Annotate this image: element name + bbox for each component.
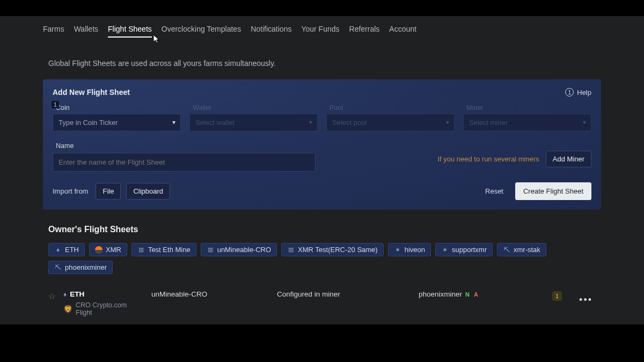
pool-icon: ✶	[394, 246, 401, 254]
import-label: Import from	[53, 187, 88, 195]
global-flight-sheets-note: Global Flight Sheets are used across all…	[43, 44, 601, 79]
add-flight-sheet-panel: Add New Flight Sheet 1 Help 1 Coin Type …	[43, 79, 601, 210]
add-miner-button[interactable]: Add Miner	[546, 151, 591, 167]
ethereum-icon: ♦	[63, 291, 67, 298]
nav-oc-templates[interactable]: Overclocking Templates	[162, 25, 241, 38]
pool-select[interactable]: Select pool	[326, 114, 455, 131]
coin-field: 1 Coin Type in Coin Ticker ▾	[53, 104, 181, 131]
wallet-field: Wallet Select wallet ▾	[189, 104, 318, 131]
sheet-icon: ▥	[207, 246, 214, 254]
name-input[interactable]	[53, 153, 316, 172]
chip-test-eth-mine[interactable]: ▥Test Eth Mine	[131, 243, 196, 256]
chip-xmr-stak[interactable]: ⛏xmr-stak	[497, 243, 546, 256]
miner-label: Miner	[463, 104, 591, 112]
nav-wallets[interactable]: Wallets	[74, 25, 98, 38]
miner-field: Miner Select miner ▾	[463, 104, 591, 131]
name-field: Name	[53, 142, 316, 172]
pickaxe-icon: ⛏	[54, 264, 62, 271]
sheet-more-menu[interactable]: •••	[579, 294, 592, 306]
miner-select[interactable]: Select miner	[463, 114, 591, 131]
help-link[interactable]: 1 Help	[565, 88, 591, 97]
main-nav: Farms Wallets Flight Sheets Overclocking…	[43, 16, 601, 44]
sheet-icon: ▥	[287, 246, 295, 254]
nav-flight-sheets[interactable]: Flight Sheets	[108, 25, 152, 38]
chip-supportxmr[interactable]: ✶supportxmr	[435, 243, 493, 256]
create-flight-sheet-button[interactable]: Create Flight Sheet	[515, 182, 591, 200]
sheet-rig-count: 1	[552, 291, 562, 301]
name-label: Name	[53, 142, 316, 150]
reset-button[interactable]: Reset	[479, 183, 510, 199]
pool-field: Pool Select pool ▾	[326, 104, 455, 131]
sheet-pool: Configured in miner	[277, 290, 411, 298]
owner-flight-sheets-title: Owner's Flight Sheets	[43, 223, 601, 243]
sheet-name[interactable]: 🦁CRO Crypto.com Flight	[63, 301, 144, 316]
flight-sheet-row: ☆ ♦ETH 🦁CRO Crypto.com Flight unMineable…	[43, 287, 601, 320]
tag-nvidia: N	[465, 291, 470, 298]
sheet-coin[interactable]: ♦ETH	[63, 290, 144, 298]
nav-referrals[interactable]: Referrals	[349, 25, 380, 38]
chip-hiveon[interactable]: ✶hiveon	[388, 243, 431, 256]
monero-icon	[95, 246, 103, 254]
filter-chips: ♦ETH XMR ▥Test Eth Mine ▥unMineable-CRO …	[43, 243, 601, 287]
step-badge: 1	[52, 101, 59, 108]
coin-select[interactable]: Type in Coin Ticker	[53, 114, 181, 131]
chip-xmr[interactable]: XMR	[89, 243, 127, 256]
ethereum-icon: ♦	[54, 246, 62, 254]
pool-icon: ✶	[441, 246, 449, 254]
add-miner-note: If you need to run several miners	[437, 155, 539, 163]
coin-label: Coin	[53, 104, 181, 112]
pickaxe-icon: ⛏	[503, 246, 510, 254]
chip-xmr-test[interactable]: ▥XMR Test(ERC-20 Same)	[281, 243, 384, 256]
sheet-icon: ▥	[137, 246, 145, 254]
import-file-button[interactable]: File	[96, 183, 121, 200]
nav-notifications[interactable]: Notifications	[251, 25, 291, 38]
tag-amd: A	[474, 291, 478, 298]
help-icon: 1	[565, 88, 574, 97]
import-clipboard-button[interactable]: Clipboard	[126, 183, 170, 200]
wallet-label: Wallet	[189, 104, 318, 112]
sheet-miner: phoenixminer N A	[419, 290, 526, 298]
cro-icon: 🦁	[63, 305, 72, 313]
favorite-star[interactable]: ☆	[48, 290, 56, 301]
sheet-wallet: unMineable-CRO	[151, 290, 269, 298]
panel-title: Add New Flight Sheet	[53, 88, 130, 97]
nav-account[interactable]: Account	[389, 25, 416, 38]
chip-eth[interactable]: ♦ETH	[48, 243, 85, 256]
nav-farms[interactable]: Farms	[43, 25, 64, 38]
chip-unmineable-cro[interactable]: ▥unMineable-CRO	[201, 243, 277, 256]
help-label: Help	[577, 88, 591, 97]
wallet-select[interactable]: Select wallet	[189, 114, 318, 131]
chip-phoenixminer[interactable]: ⛏phoenixminer	[48, 261, 113, 274]
nav-your-funds[interactable]: Your Funds	[301, 25, 339, 38]
pool-label: Pool	[326, 104, 455, 112]
